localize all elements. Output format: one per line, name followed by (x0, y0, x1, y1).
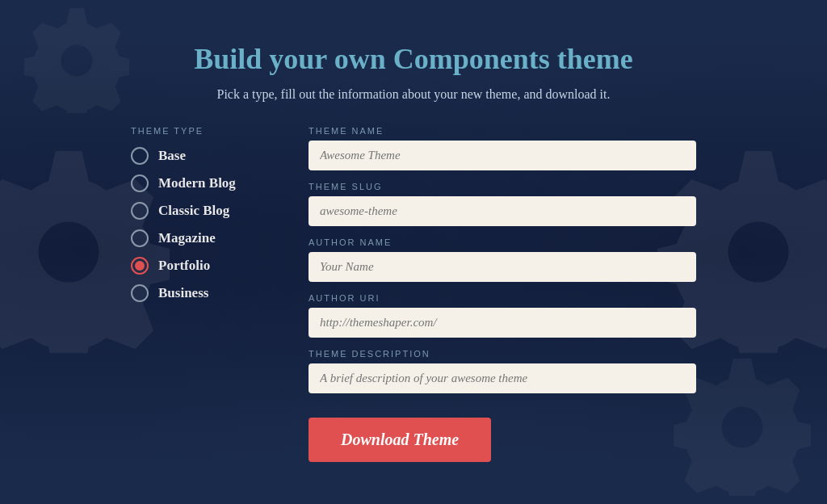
radio-portfolio[interactable]: Portfolio (131, 257, 276, 275)
theme-slug-group: Theme Slug (309, 182, 696, 226)
theme-description-label: Theme Description (309, 349, 696, 359)
author-name-input[interactable] (309, 252, 696, 282)
theme-name-group: Theme Name (309, 126, 696, 170)
radio-modern-blog[interactable]: Modern Blog (131, 174, 276, 192)
theme-type-label: Theme Type (131, 126, 276, 136)
radio-base[interactable]: Base (131, 147, 276, 165)
author-uri-group: Author URI (309, 293, 696, 338)
theme-description-group: Theme Description (309, 349, 696, 393)
page-container: Build your own Components theme Pick a t… (42, 18, 785, 486)
radio-base-label: Base (158, 148, 186, 164)
theme-name-input[interactable] (309, 141, 696, 170)
theme-type-section: Theme Type Base Modern Blog Classic Blog… (131, 126, 276, 462)
form-section: Theme Name Theme Slug Author Name Author… (309, 126, 696, 462)
radio-classic-blog-outer (131, 202, 149, 220)
author-name-group: Author Name (309, 237, 696, 282)
radio-classic-blog-label: Classic Blog (158, 203, 229, 219)
page-subtitle: Pick a type, fill out the information ab… (216, 87, 610, 102)
radio-portfolio-inner (135, 261, 145, 271)
radio-modern-blog-label: Modern Blog (158, 175, 236, 191)
page-title: Build your own Components theme (194, 42, 632, 76)
radio-modern-blog-outer (131, 174, 149, 192)
radio-business-label: Business (158, 285, 208, 301)
radio-base-outer (131, 147, 149, 165)
theme-name-label: Theme Name (309, 126, 696, 136)
theme-slug-label: Theme Slug (309, 182, 696, 191)
theme-description-input[interactable] (309, 363, 696, 393)
radio-magazine-label: Magazine (158, 230, 216, 246)
radio-portfolio-label: Portfolio (158, 258, 210, 274)
theme-slug-input[interactable] (309, 196, 696, 226)
radio-classic-blog[interactable]: Classic Blog (131, 202, 276, 220)
radio-business[interactable]: Business (131, 284, 276, 302)
download-button[interactable]: Download Theme (309, 418, 491, 462)
author-uri-label: Author URI (309, 293, 696, 303)
author-uri-input[interactable] (309, 308, 696, 338)
radio-business-outer (131, 284, 149, 302)
radio-magazine[interactable]: Magazine (131, 229, 276, 247)
author-name-label: Author Name (309, 237, 696, 247)
main-content: Theme Type Base Modern Blog Classic Blog… (58, 126, 769, 462)
radio-portfolio-outer (131, 257, 149, 275)
radio-magazine-outer (131, 229, 149, 247)
